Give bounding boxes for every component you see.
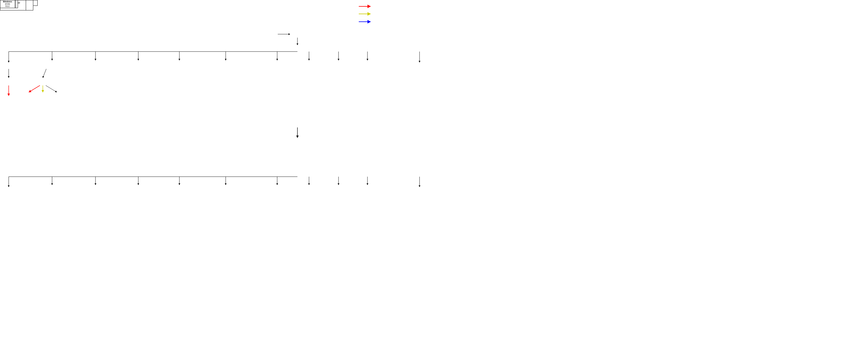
svg-line-22 (46, 85, 57, 92)
node-blindness2-bot: Blindness (0:32) 0111 (0, 0, 15, 8)
svg-line-20 (29, 85, 40, 92)
diagram-container: Redstone → +Dur"+5+6-7" Glowstone → +Str… (0, 0, 868, 360)
arrows-svg (0, 0, 868, 360)
svg-line-19 (43, 69, 46, 78)
